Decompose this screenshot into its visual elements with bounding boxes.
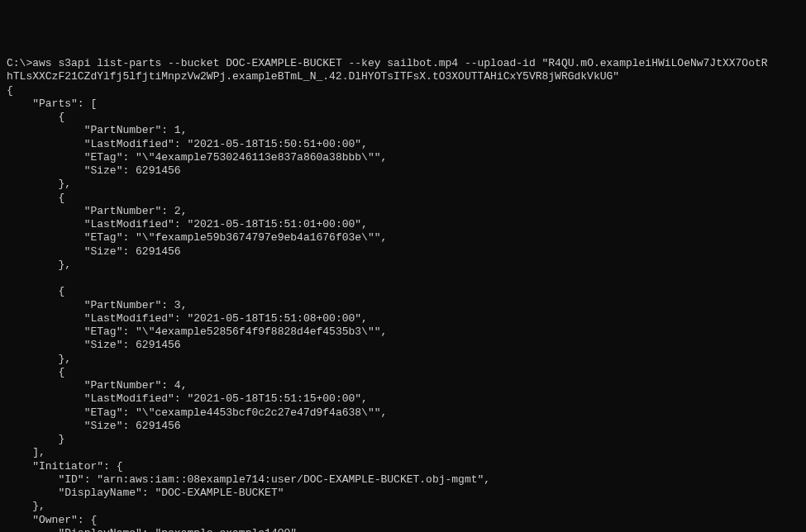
command-prompt: C:\>aws s3api list-parts --bucket DOC-EX… (7, 57, 768, 83)
json-output: { "Parts": [ { "PartNumber": 1, "LastMod… (7, 84, 522, 533)
terminal-content[interactable]: C:\>aws s3api list-parts --bucket DOC-EX… (7, 57, 799, 532)
